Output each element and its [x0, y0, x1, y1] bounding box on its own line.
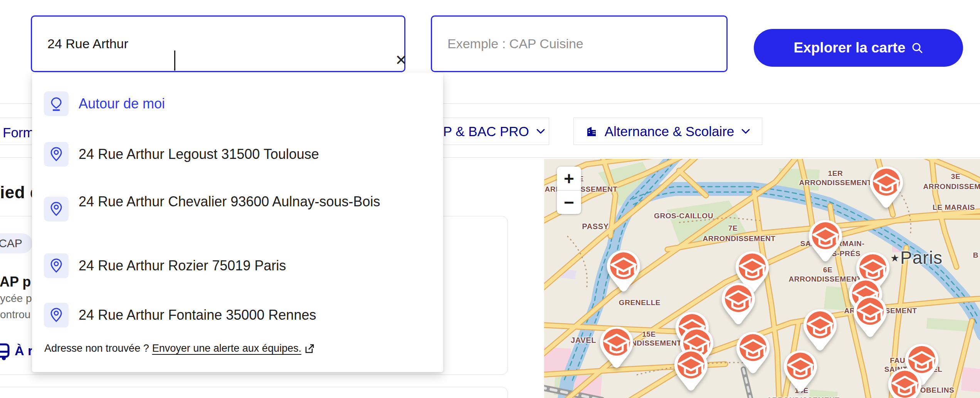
- location-search-field: ✕: [31, 15, 405, 72]
- keyword-search-field: [431, 15, 728, 72]
- map-pin-icon: [44, 303, 69, 327]
- city-star-icon: ★: [890, 252, 899, 264]
- address-not-found-row: Adresse non trouvée ? Envoyer une alerte…: [44, 342, 314, 354]
- map-canvas[interactable]: 16EARRONDISSEMENTPASSYGROS-CAILLOU7EARRO…: [544, 159, 980, 398]
- result-tag-badge: CAP: [0, 233, 32, 253]
- school-marker-icon[interactable]: [673, 348, 709, 393]
- map-pin-icon: [44, 253, 69, 278]
- map-area-label: ARRONDISSEMENT: [923, 182, 980, 191]
- suggestion-item[interactable]: 24 Rue Arthur Rozier 75019 Paris: [44, 253, 286, 278]
- map-zoom-control: + −: [557, 167, 581, 214]
- bus-icon: [0, 342, 10, 363]
- school-marker-icon[interactable]: [735, 331, 771, 375]
- zoom-in-button[interactable]: +: [557, 167, 581, 190]
- chevron-down-icon: [536, 128, 545, 135]
- result-city-fragment: ontrou: [0, 309, 30, 321]
- school-marker-icon[interactable]: [802, 308, 838, 352]
- map-area-label: 1ER: [828, 169, 843, 178]
- school-marker-icon[interactable]: [721, 282, 756, 326]
- filter-mode-label: Alternance & Scolaire: [605, 124, 735, 139]
- school-marker-icon[interactable]: [887, 368, 923, 398]
- map-area-label: 3E: [951, 172, 960, 181]
- search-icon: [911, 42, 923, 54]
- school-marker-icon[interactable]: [599, 325, 634, 370]
- suggestion-label: 24 Rue Arthur Chevalier 93600 Aulnay-sou…: [79, 193, 380, 210]
- result-transit-link-fragment[interactable]: À r: [15, 343, 33, 358]
- locate-me-icon: [44, 91, 69, 116]
- location-input[interactable]: [32, 36, 404, 51]
- page: ✕ Explorer la carte Form CAP & BAC PRO: [0, 0, 980, 398]
- suggestion-label: 24 Rue Arthur Legoust 31500 Toulouse: [79, 146, 319, 163]
- text-caret: [174, 51, 175, 71]
- around-me-label: Autour de moi: [79, 95, 165, 112]
- address-suggestions-dropdown: Autour de moi 24 Rue Arthur Legoust 3150…: [32, 73, 443, 372]
- school-marker-icon[interactable]: [852, 295, 888, 339]
- map-area-label: GROS-CAILLOU: [654, 212, 713, 220]
- city-label-paris: Paris: [900, 247, 943, 268]
- result-title-fragment: AP p: [0, 274, 31, 290]
- chevron-down-icon: [741, 128, 750, 135]
- map-area-label: PASSY: [582, 222, 609, 231]
- map-area-label: JAVEL: [571, 336, 596, 345]
- address-not-found-text: Adresse non trouvée ?: [44, 342, 149, 354]
- map-area-label: ARRONDISSEMENT: [767, 396, 840, 398]
- suggestion-around-me[interactable]: Autour de moi: [44, 91, 165, 116]
- filter-mode-dropdown[interactable]: Alternance & Scolaire: [573, 118, 762, 145]
- result-card-next[interactable]: [0, 387, 508, 398]
- suggestion-label: 24 Rue Arthur Rozier 75019 Paris: [79, 257, 286, 274]
- suggestion-item[interactable]: 24 Rue Arthur Chevalier 93600 Aulnay-sou…: [44, 197, 380, 221]
- map-area-label: 15E: [642, 330, 656, 339]
- school-marker-icon[interactable]: [869, 165, 904, 210]
- zoom-out-button[interactable]: −: [557, 191, 581, 214]
- filter-formation-label-fragment: Form: [3, 125, 34, 140]
- map-area-label: ARRONDISSEMENT: [799, 179, 872, 187]
- map-area-label: ARRONDISSEMENT: [703, 234, 776, 243]
- result-tag-label: CAP: [0, 237, 22, 250]
- result-school-fragment: ycée pr: [0, 292, 35, 305]
- school-marker-icon[interactable]: [808, 219, 843, 263]
- map-area-label: B: [973, 251, 978, 260]
- school-marker-icon[interactable]: [783, 349, 818, 394]
- map-area-label: GRENELLE: [619, 298, 661, 307]
- map-area-label: 6E: [823, 266, 832, 274]
- send-alert-link[interactable]: Envoyer une alerte aux équipes.: [152, 342, 301, 354]
- map-area-label: LE MARAIS: [933, 203, 975, 212]
- suggestion-label: 24 Rue Arthur Fontaine 35000 Rennes: [79, 307, 316, 324]
- map-area-label: 7E: [728, 224, 738, 233]
- map-pin-icon: [44, 142, 69, 167]
- suggestion-item[interactable]: 24 Rue Arthur Legoust 31500 Toulouse: [44, 142, 319, 167]
- clear-input-button[interactable]: ✕: [390, 49, 413, 72]
- building-icon: [585, 125, 598, 138]
- keyword-input[interactable]: [432, 36, 726, 51]
- suggestion-item[interactable]: 24 Rue Arthur Fontaine 35000 Rennes: [44, 303, 316, 327]
- external-link-icon: [304, 344, 314, 354]
- map-area-label: ARRONDISSEMENT: [545, 185, 618, 194]
- explore-map-label: Explorer la carte: [794, 40, 906, 56]
- school-marker-icon[interactable]: [606, 249, 641, 293]
- map-pin-icon: [44, 197, 69, 221]
- explore-map-button[interactable]: Explorer la carte: [754, 29, 963, 67]
